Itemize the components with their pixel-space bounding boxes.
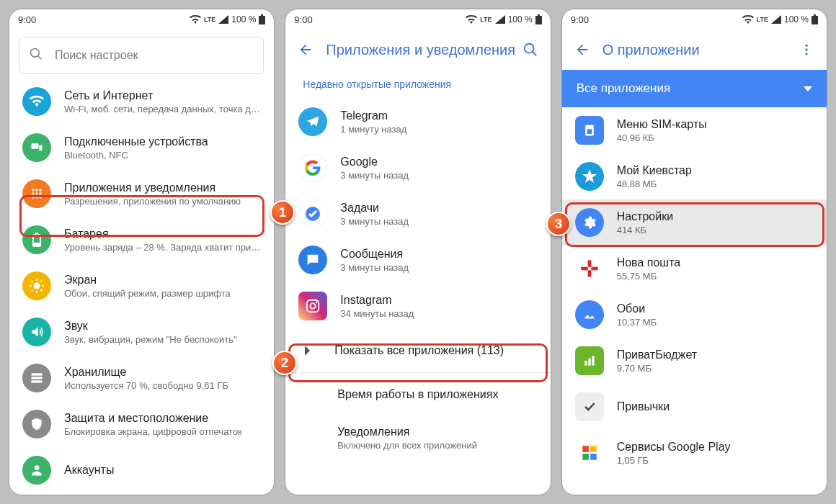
app-settings[interactable]: Настройки414 КБ [562, 199, 827, 246]
svg-rect-40 [814, 14, 816, 16]
svg-point-9 [32, 192, 34, 194]
screen-settings-main: 9:00 LTE 100 % Поиск настроек Сеть и Инт… [9, 9, 275, 495]
svg-point-41 [805, 45, 807, 47]
svg-point-42 [805, 48, 807, 50]
recent-telegram[interactable]: Telegram1 минуту назад [285, 99, 550, 145]
privatbudget-icon [575, 346, 604, 375]
row-screen-time[interactable]: Время работы в приложениях [285, 373, 550, 416]
kyivstar-icon [575, 162, 604, 191]
app-privatbudget[interactable]: ПриватБюджет9,70 МБ [562, 338, 827, 384]
svg-line-23 [32, 281, 33, 282]
callout-2: 2 [272, 351, 297, 375]
header: Приложения и уведомления [285, 30, 550, 70]
play-services-icon [575, 438, 604, 467]
page-title: Приложения и уведомления [320, 42, 515, 58]
search-button[interactable] [516, 35, 545, 64]
sound-icon [22, 318, 51, 346]
wifi-icon [190, 15, 201, 24]
svg-rect-16 [35, 233, 38, 234]
recent-instagram[interactable]: Instagram34 минуты назад [285, 283, 550, 329]
recent-google[interactable]: Google3 минуты назад [285, 145, 550, 191]
chevron-right-icon [298, 346, 316, 356]
back-button[interactable] [291, 35, 320, 64]
row-connected-devices[interactable]: Подключенные устройстваBluetooth, NFC [9, 125, 274, 171]
app-wallpaper[interactable]: Обои10,37 МБ [562, 292, 827, 338]
row-accounts[interactable]: Аккаунты [9, 447, 274, 493]
habits-icon [575, 392, 604, 421]
accounts-icon [22, 456, 51, 485]
row-apps-notifications[interactable]: Приложения и уведомленияРазрешения, прил… [9, 171, 274, 217]
svg-point-10 [35, 192, 37, 194]
status-bar: 9:00 LTE 100 % [285, 9, 550, 30]
signal-icon [771, 15, 781, 24]
svg-point-37 [311, 303, 316, 308]
svg-point-30 [35, 465, 40, 470]
svg-line-24 [41, 290, 43, 292]
telegram-icon [298, 107, 327, 136]
status-time: 9:00 [294, 14, 312, 25]
row-security[interactable]: Защита и местоположениеБлокировка экрана… [9, 401, 274, 447]
svg-rect-57 [582, 454, 589, 460]
svg-rect-50 [591, 267, 597, 271]
svg-rect-5 [39, 145, 42, 151]
recent-messages[interactable]: Сообщения3 минуты назад [285, 237, 550, 283]
row-sound[interactable]: ЗвукЗвук, вибрация, режим "Не беспокоить… [9, 309, 274, 355]
svg-point-14 [39, 196, 41, 198]
signal-icon [495, 15, 505, 24]
svg-point-18 [33, 282, 40, 289]
shield-icon [22, 410, 51, 438]
svg-point-33 [524, 44, 533, 53]
app-novaposhta[interactable]: Нова пошта55,75 МБ [562, 246, 827, 292]
overflow-button[interactable] [792, 35, 821, 64]
app-kyivstar[interactable]: Мой Киевстар48,88 МБ [562, 153, 827, 199]
svg-point-38 [316, 302, 317, 303]
all-apps-dropdown[interactable]: Все приложения [562, 70, 827, 107]
row-notifications[interactable]: УведомленияВключено для всех приложений [285, 416, 550, 459]
svg-rect-39 [811, 16, 818, 24]
status-bar: 9:00 LTE 100 % [562, 9, 827, 30]
battery-label: 100 % [508, 14, 533, 24]
app-sim-menu[interactable]: Меню SIM-карты40,96 КБ [562, 107, 827, 153]
sim-icon [575, 116, 604, 145]
app-google-play-services[interactable]: Сервисы Google Play1,05 ГБ [562, 430, 827, 476]
row-battery[interactable]: БатареяУровень заряда – 28 %. Заряда хва… [9, 217, 274, 263]
row-network[interactable]: Сеть и ИнтернетWi-Fi, моб. сети, передач… [9, 78, 274, 125]
svg-line-26 [32, 290, 33, 292]
battery-icon [259, 14, 265, 24]
show-all-apps[interactable]: Показать все приложения (113) [285, 329, 550, 372]
instagram-icon [298, 292, 327, 320]
screen-app-info: 9:00 LTE 100 % О приложении Все приложен… [561, 9, 827, 495]
back-button[interactable] [568, 35, 597, 64]
svg-rect-48 [587, 260, 591, 266]
settings-search[interactable]: Поиск настроек [19, 37, 264, 74]
net-label: LTE [757, 16, 768, 23]
screen-apps-notifications: 9:00 LTE 100 % Приложения и уведомления … [285, 9, 551, 495]
google-icon [298, 153, 327, 182]
status-time: 9:00 [571, 14, 589, 25]
tasks-icon [298, 199, 327, 228]
recent-tasks[interactable]: Задачи3 минуты назад [285, 191, 550, 237]
row-display[interactable]: ЭкранОбои, спящий режим, размер шрифта [9, 263, 274, 309]
section-recent: Недавно открытые приложения [285, 70, 550, 99]
search-placeholder: Поиск настроек [55, 49, 138, 62]
battery-circle-icon [22, 225, 51, 254]
svg-rect-45 [587, 129, 592, 134]
svg-rect-0 [259, 16, 265, 24]
row-storage[interactable]: ХранилищеИспользуется 70 %, свободно 9,6… [9, 355, 274, 401]
svg-rect-49 [581, 267, 587, 271]
svg-rect-31 [535, 16, 542, 24]
svg-point-12 [32, 196, 34, 198]
svg-rect-29 [32, 380, 43, 382]
svg-rect-52 [584, 361, 587, 366]
wifi-icon [466, 15, 477, 24]
svg-rect-54 [592, 356, 594, 365]
svg-point-2 [31, 49, 40, 58]
svg-rect-27 [32, 373, 43, 375]
search-icon [29, 47, 43, 64]
svg-rect-32 [538, 14, 540, 16]
display-icon [22, 271, 51, 300]
svg-rect-55 [582, 446, 589, 452]
callout-3: 3 [546, 212, 571, 236]
svg-point-8 [39, 189, 41, 191]
app-habits[interactable]: Привычки [562, 384, 827, 430]
